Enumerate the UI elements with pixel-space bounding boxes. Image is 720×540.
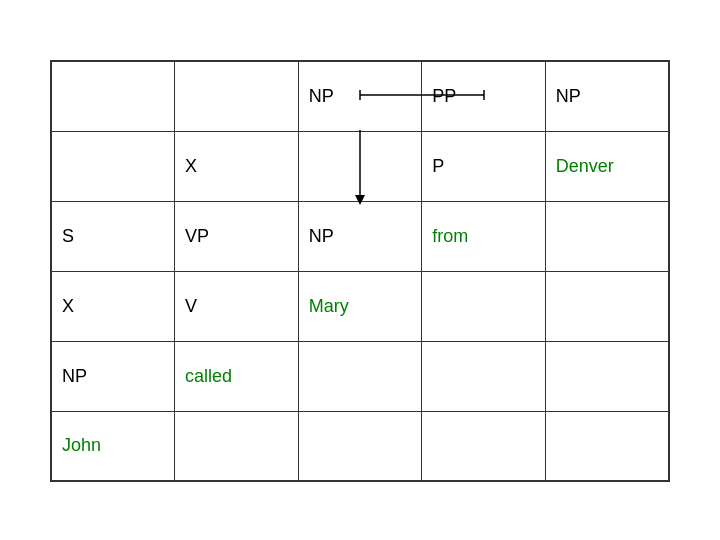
cell-r0-c3: PP <box>422 61 546 131</box>
cell-r3-c3 <box>422 271 546 341</box>
parse-tree-table: NPPPNPXPDenverSVPNPfromXVMaryNPcalledJoh… <box>50 60 670 482</box>
cell-r0-c2: NP <box>298 61 422 131</box>
cell-r5-c0: John <box>51 411 175 481</box>
cell-r1-c4: Denver <box>545 131 669 201</box>
cell-r4-c4 <box>545 341 669 411</box>
cell-r0-c0 <box>51 61 175 131</box>
cell-r2-c4 <box>545 201 669 271</box>
cell-r5-c4 <box>545 411 669 481</box>
cell-r2-c1: VP <box>175 201 299 271</box>
cell-r3-c4 <box>545 271 669 341</box>
cell-r3-c2: Mary <box>298 271 422 341</box>
cell-r1-c1: X <box>175 131 299 201</box>
cell-r5-c2 <box>298 411 422 481</box>
cell-r2-c3: from <box>422 201 546 271</box>
cell-r4-c3 <box>422 341 546 411</box>
cell-r4-c0: NP <box>51 341 175 411</box>
cell-r0-c1 <box>175 61 299 131</box>
cell-r2-c0: S <box>51 201 175 271</box>
cell-r4-c2 <box>298 341 422 411</box>
cell-r3-c0: X <box>51 271 175 341</box>
cell-r1-c2 <box>298 131 422 201</box>
cell-r1-c3: P <box>422 131 546 201</box>
cell-r5-c3 <box>422 411 546 481</box>
cell-r5-c1 <box>175 411 299 481</box>
cell-r1-c0 <box>51 131 175 201</box>
cell-r4-c1: called <box>175 341 299 411</box>
cell-r3-c1: V <box>175 271 299 341</box>
cell-r0-c4: NP <box>545 61 669 131</box>
cell-r2-c2: NP <box>298 201 422 271</box>
diagram-container: NPPPNPXPDenverSVPNPfromXVMaryNPcalledJoh… <box>50 60 670 480</box>
